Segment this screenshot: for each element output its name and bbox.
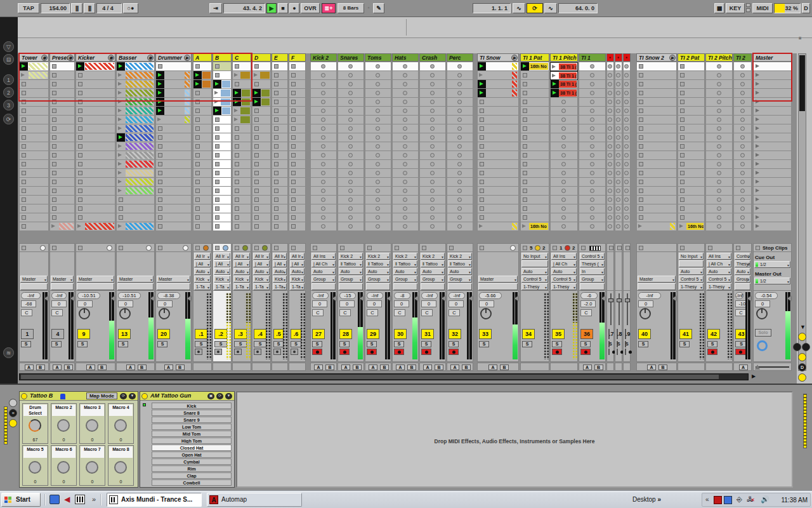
track-activator[interactable]: 34 xyxy=(522,329,535,339)
clip-slot[interactable] xyxy=(623,204,631,213)
time-signature-field[interactable]: 4 / 4 xyxy=(96,3,122,13)
clip-slot[interactable] xyxy=(579,151,606,160)
clip-slot[interactable] xyxy=(155,169,192,178)
clip-slot[interactable] xyxy=(636,89,677,98)
hot-swap-track-icon[interactable]: ◉ xyxy=(41,55,48,61)
solo-button[interactable]: S xyxy=(522,341,532,347)
clip-slot[interactable] xyxy=(49,107,75,116)
clip-slot[interactable] xyxy=(337,213,364,222)
clip-slot[interactable] xyxy=(419,116,446,124)
track-activator[interactable]: 4 xyxy=(51,329,64,339)
volume-display[interactable]: -Inf xyxy=(312,292,329,299)
track-stop-button[interactable] xyxy=(119,246,123,250)
clip-slot[interactable] xyxy=(623,169,631,178)
clip-slot[interactable] xyxy=(252,196,271,204)
io-chooser[interactable]: | All▾ xyxy=(233,260,250,267)
arm-button[interactable] xyxy=(707,349,717,355)
clip-slot[interactable] xyxy=(477,142,519,151)
clip-slot[interactable] xyxy=(365,222,391,231)
clip-slot[interactable] xyxy=(520,142,549,151)
track-stop-button[interactable] xyxy=(52,246,56,250)
clip-slot[interactable] xyxy=(520,151,549,160)
clip-slot[interactable] xyxy=(155,71,192,80)
clip-slot[interactable] xyxy=(19,178,49,187)
gain-field[interactable]: 0 xyxy=(479,300,494,307)
clip-slot[interactable] xyxy=(310,187,337,196)
io-chooser[interactable]: Control 5▾ xyxy=(679,276,704,283)
horizontal-scrollbar-handle[interactable] xyxy=(21,375,719,379)
volume-display[interactable]: -8.38 xyxy=(157,292,180,299)
clip-slot[interactable]: 38 TI 1 ( xyxy=(550,80,578,89)
clip-slot[interactable] xyxy=(636,160,677,169)
clip-slot[interactable] xyxy=(623,89,631,98)
clip-slot[interactable] xyxy=(477,204,519,213)
crossfade-a-button[interactable]: A xyxy=(25,364,34,370)
clip-slot[interactable] xyxy=(310,107,337,116)
crossfade-a-button[interactable]: A xyxy=(488,364,497,370)
grid-icon[interactable]: ▦ xyxy=(714,3,724,13)
clip-slot[interactable] xyxy=(753,133,792,142)
solo-button[interactable]: S xyxy=(625,341,626,347)
io-chooser[interactable]: Auto▾ xyxy=(521,268,548,275)
clip-slot[interactable]: 38 TI 1 ( xyxy=(550,71,578,80)
crossfade-a-button[interactable]: A xyxy=(126,364,135,370)
clip-slot[interactable] xyxy=(252,98,271,107)
clip-slot[interactable] xyxy=(579,169,606,178)
clip-slot[interactable] xyxy=(193,107,212,116)
track-header-Snares[interactable]: Snares xyxy=(337,53,364,62)
io-chooser[interactable]: Control 5▾ xyxy=(521,276,548,283)
chain-snare-9[interactable]: Snare 9 xyxy=(152,417,232,423)
volume-slider-handle[interactable] xyxy=(70,296,74,301)
clip-slot[interactable] xyxy=(116,116,155,124)
io-chooser[interactable]: All Ins▾ xyxy=(311,253,336,260)
clip-slot[interactable] xyxy=(733,142,752,151)
io-empty-box[interactable] xyxy=(421,283,445,290)
clip-slot[interactable] xyxy=(155,178,192,187)
clip-slot[interactable] xyxy=(272,196,288,204)
crossfade-a-button[interactable]: A xyxy=(164,364,173,370)
volume-slider-handle[interactable] xyxy=(111,296,115,301)
clip-slot[interactable] xyxy=(753,142,792,151)
clip-slot[interactable] xyxy=(705,98,733,107)
mini-fader-handle[interactable] xyxy=(617,298,622,302)
track-stop-button[interactable] xyxy=(480,246,484,250)
volume-tray-icon[interactable]: 🔊 xyxy=(761,495,769,504)
track-header-TI 2 Pat[interactable]: TI 2 Pat xyxy=(678,53,705,62)
clip-slot[interactable] xyxy=(337,169,364,178)
clip-slot[interactable] xyxy=(550,196,578,204)
io-chooser[interactable]: ‖ Tattoo▾ xyxy=(393,260,417,267)
crossfade-b-button[interactable]: B xyxy=(36,364,45,370)
io-chooser[interactable]: Control 5▾ xyxy=(580,253,605,260)
io-chooser[interactable]: In▾ xyxy=(580,268,605,275)
clip-slot[interactable] xyxy=(289,62,306,71)
volume-display[interactable]: -10.51 xyxy=(118,292,141,299)
clip-slot[interactable] xyxy=(733,178,752,187)
clip-slot[interactable] xyxy=(392,196,419,204)
gain-field[interactable]: 0 xyxy=(449,300,464,307)
clip-slot[interactable] xyxy=(19,213,49,222)
clip-slot[interactable] xyxy=(289,124,306,133)
clip-slot[interactable] xyxy=(116,89,155,98)
device-drop-area[interactable]: Drop MIDI Effects, Audio Effects, Instru… xyxy=(236,391,793,488)
clip-slot[interactable] xyxy=(19,151,49,160)
clip-slot[interactable] xyxy=(579,178,606,187)
clip-slot[interactable] xyxy=(392,133,419,142)
clip-slot[interactable] xyxy=(49,196,75,204)
clip-slot[interactable] xyxy=(19,107,49,116)
clip-slot[interactable] xyxy=(753,151,792,160)
volume-slider-handle[interactable] xyxy=(414,296,418,301)
io-empty-box[interactable] xyxy=(638,283,676,290)
clip-slot[interactable] xyxy=(155,204,192,213)
clip-slot[interactable] xyxy=(477,151,519,160)
clip-slot[interactable] xyxy=(213,98,232,107)
clip-slot[interactable] xyxy=(636,62,677,71)
clip-slot[interactable] xyxy=(579,204,606,213)
clip-slot[interactable] xyxy=(272,169,288,178)
clip-slot[interactable] xyxy=(337,178,364,187)
clip-slot[interactable] xyxy=(213,196,232,204)
clip-slot[interactable] xyxy=(550,116,578,124)
hot-swap-rack-icon[interactable]: ⟳ xyxy=(120,393,127,399)
solo-button[interactable]: S xyxy=(608,341,610,347)
clip-slot[interactable] xyxy=(579,107,606,116)
clip-slot[interactable] xyxy=(550,169,578,178)
